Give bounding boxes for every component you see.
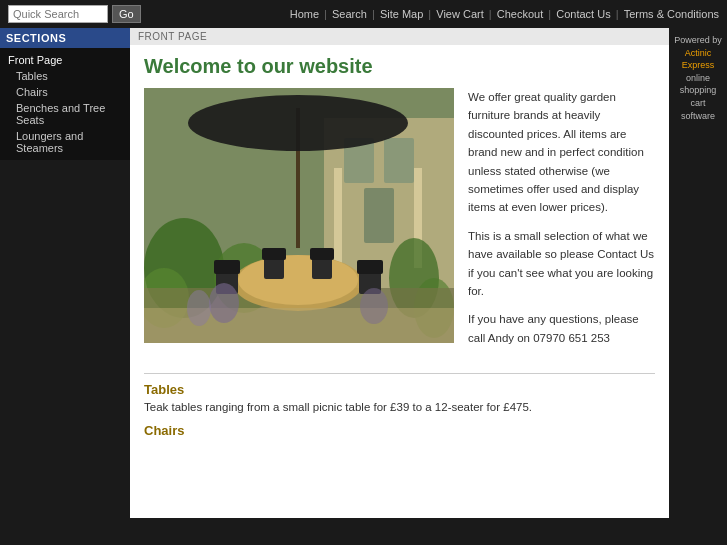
sidebar-nav: Front Page Tables Chairs Benches and Tre… <box>0 48 130 160</box>
svg-rect-20 <box>357 260 383 274</box>
main-section: We offer great quality garden furniture … <box>144 88 655 357</box>
sidebar-item-loungers[interactable]: Loungers and Steamers <box>0 128 130 156</box>
tables-desc: Teak tables ranging from a small picnic … <box>144 401 655 413</box>
description: We offer great quality garden furniture … <box>468 88 655 357</box>
svg-point-26 <box>209 283 239 323</box>
top-nav: Home | Search | Site Map | View Cart | C… <box>290 8 719 20</box>
nav-search[interactable]: Search <box>332 8 367 20</box>
breadcrumb: FRONT PAGE <box>130 28 669 45</box>
chairs-section: Chairs <box>144 423 655 438</box>
svg-rect-4 <box>364 188 394 243</box>
svg-rect-22 <box>262 248 286 260</box>
sidebar: SECTIONS Front Page Tables Chairs Benche… <box>0 28 130 518</box>
desc-p2: This is a small selection of what we hav… <box>468 227 655 301</box>
svg-rect-5 <box>334 168 342 268</box>
svg-point-28 <box>360 288 388 324</box>
svg-point-27 <box>187 290 211 326</box>
page-title: Welcome to our website <box>144 55 655 78</box>
tables-title: Tables <box>144 382 655 397</box>
nav-sitemap[interactable]: Site Map <box>380 8 423 20</box>
powered-text: Powered by Actinic Express online shoppi… <box>674 35 722 121</box>
nav-checkout[interactable]: Checkout <box>497 8 543 20</box>
go-button[interactable]: Go <box>112 5 141 23</box>
svg-point-8 <box>188 95 408 151</box>
nav-terms[interactable]: Terms & Conditions <box>624 8 719 20</box>
actinic-link[interactable]: Actinic Express <box>682 48 715 71</box>
svg-rect-18 <box>214 260 240 274</box>
desc-p3: If you have any questions, please call A… <box>468 310 655 347</box>
divider <box>144 373 655 374</box>
sidebar-item-frontpage[interactable]: Front Page <box>0 52 130 68</box>
sections-header: SECTIONS <box>0 28 130 48</box>
top-bar: Go Home | Search | Site Map | View Cart … <box>0 0 727 28</box>
nav-contact[interactable]: Contact Us <box>556 8 610 20</box>
nav-home[interactable]: Home <box>290 8 319 20</box>
sidebar-item-benches[interactable]: Benches and Tree Seats <box>0 100 130 128</box>
search-input[interactable] <box>8 5 108 23</box>
desc-p1: We offer great quality garden furniture … <box>468 88 655 217</box>
main-layout: SECTIONS Front Page Tables Chairs Benche… <box>0 28 727 518</box>
svg-rect-24 <box>310 248 334 260</box>
right-sidebar: Powered by Actinic Express online shoppi… <box>669 28 727 518</box>
content-inner: Welcome to our website <box>130 45 669 452</box>
tables-section: Tables Teak tables ranging from a small … <box>144 382 655 413</box>
content: FRONT PAGE Welcome to our website <box>130 28 669 518</box>
chairs-title: Chairs <box>144 423 655 438</box>
powered-by: Powered by Actinic Express online shoppi… <box>673 34 723 122</box>
sidebar-item-chairs[interactable]: Chairs <box>0 84 130 100</box>
search-area: Go <box>8 5 141 23</box>
sidebar-item-tables[interactable]: Tables <box>0 68 130 84</box>
garden-image <box>144 88 454 343</box>
svg-rect-3 <box>384 138 414 183</box>
garden-bg <box>144 88 454 343</box>
garden-scene <box>144 88 454 343</box>
svg-point-16 <box>238 255 358 305</box>
nav-viewcart[interactable]: View Cart <box>436 8 483 20</box>
